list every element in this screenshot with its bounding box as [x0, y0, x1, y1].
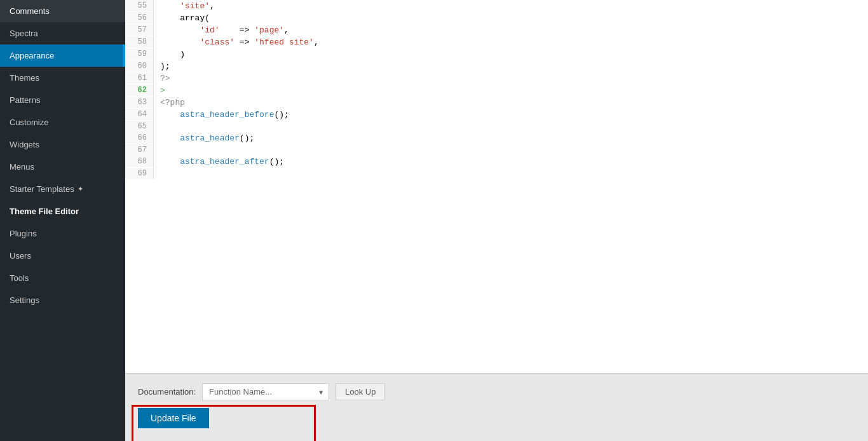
code-line-64: 64 astra_header_before(); — [125, 109, 868, 121]
code-line-55: 55 'site', — [125, 0, 868, 12]
code-line-59: 59 ) — [125, 48, 868, 60]
code-line-61: 61 ?> — [125, 72, 868, 85]
sidebar-item-spectra[interactable]: Spectra — [0, 22, 125, 44]
code-line-65: 65 — [125, 121, 868, 132]
code-line-63: 63 <?php — [125, 97, 868, 109]
code-line-69: 69 — [125, 168, 868, 179]
sidebar-item-themes[interactable]: Themes — [0, 67, 125, 89]
sidebar-item-menus[interactable]: Menus — [0, 156, 125, 178]
code-line-58: 58 'class' => 'hfeed site', — [125, 36, 868, 48]
sidebar-item-customize[interactable]: Customize — [0, 111, 125, 133]
function-name-select[interactable]: Function Name... — [202, 383, 329, 400]
main-content: 55 'site', 56 array( 57 'id' => 'page', … — [125, 0, 868, 441]
sidebar-item-patterns[interactable]: Patterns — [0, 89, 125, 111]
sidebar-item-users[interactable]: Users — [0, 245, 125, 267]
sidebar-item-appearance[interactable]: Appearance — [0, 44, 125, 67]
code-line-62: 62 > — [125, 85, 868, 97]
update-region: Update File — [138, 408, 855, 428]
sidebar-item-theme-file-editor[interactable]: Theme File Editor — [0, 200, 125, 222]
code-line-67: 67 — [125, 144, 868, 156]
documentation-row: Documentation: Function Name... Look Up — [138, 383, 855, 400]
sidebar-item-settings[interactable]: Settings — [0, 289, 125, 311]
code-editor[interactable]: 55 'site', 56 array( 57 'id' => 'page', … — [125, 0, 868, 373]
sidebar-item-comments[interactable]: Comments — [0, 0, 125, 22]
code-line-68: 68 astra_header_after(); — [125, 156, 868, 168]
code-line-60: 60 ); — [125, 60, 868, 72]
sidebar: Comments Spectra Appearance Themes Patte… — [0, 0, 125, 441]
sidebar-item-plugins[interactable]: Plugins — [0, 222, 125, 245]
lookup-button[interactable]: Look Up — [336, 383, 385, 400]
bottom-bar: Documentation: Function Name... Look Up … — [125, 373, 868, 441]
sidebar-item-tools[interactable]: Tools — [0, 267, 125, 289]
function-select-wrapper: Function Name... — [202, 383, 329, 400]
sidebar-item-starter-templates[interactable]: Starter Templates ✦ — [0, 178, 125, 200]
code-line-56: 56 array( — [125, 12, 868, 24]
code-line-57: 57 'id' => 'page', — [125, 24, 868, 36]
sparkle-icon: ✦ — [78, 185, 83, 193]
code-line-66: 66 astra_header(); — [125, 132, 868, 144]
sidebar-item-widgets[interactable]: Widgets — [0, 133, 125, 156]
doc-label: Documentation: — [138, 387, 196, 397]
update-file-button[interactable]: Update File — [138, 408, 209, 428]
